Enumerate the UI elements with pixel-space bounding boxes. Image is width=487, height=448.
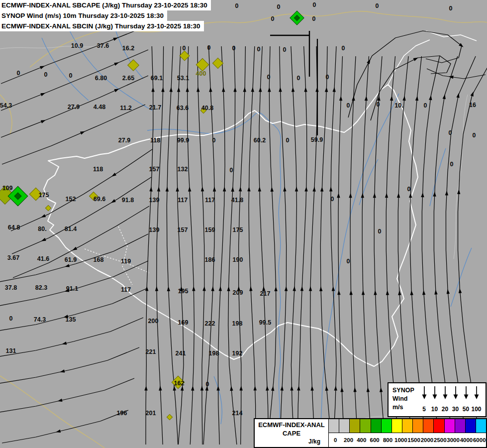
streamline-arrowhead [219, 286, 222, 291]
streamline-arrowhead [177, 87, 181, 92]
wind-arrow-icon [463, 386, 469, 400]
streamline-arrowhead [373, 193, 377, 198]
streamline-arrowhead [325, 87, 328, 92]
streamline-arrowhead [170, 87, 173, 92]
wind-streamline [188, 46, 195, 445]
wind-arrow-row [419, 386, 482, 402]
cape-color-swatch [445, 419, 455, 433]
wind-streamline [348, 31, 462, 117]
streamline-arrowhead [320, 187, 324, 192]
cape-color-swatch [382, 419, 392, 433]
wind-streamline [0, 289, 146, 331]
wind-streamline [310, 46, 317, 445]
streamline-arrowhead [64, 264, 70, 268]
streamline-arrowhead [145, 286, 149, 291]
streamline-arrowhead [157, 187, 161, 192]
streamline-arrowhead [434, 290, 438, 295]
streamline-arrowhead [281, 386, 284, 391]
streamline-arrowhead [192, 286, 195, 291]
header-line-wind: SYNOP Wind (m/s) 10m Thursday 23-10-2025… [0, 10, 167, 21]
streamline-arrowhead [421, 193, 424, 198]
streamline-arrowhead [202, 286, 206, 291]
cape-scale-label: 800 [381, 437, 394, 443]
streamline-arrowhead [367, 58, 372, 64]
wind-streamline [228, 46, 237, 445]
wind-streamline [331, 46, 336, 445]
wind-streamline [1, 50, 148, 111]
streamline-arrowhead [415, 96, 419, 101]
wind-speed-label: 5 [419, 406, 429, 413]
streamline-arrowhead [329, 187, 332, 192]
streamline-arrowhead [227, 286, 230, 291]
streamline-arrowhead [374, 290, 377, 295]
streamline-arrowhead [41, 118, 46, 123]
wind-streamline [350, 56, 358, 445]
weather-map-screen: 000000010.937.616.20000000006.802.6569.1… [0, 0, 487, 448]
streamline-arrowhead [155, 286, 159, 291]
streamline-arrowhead [205, 386, 209, 391]
streamline-arrowhead [144, 386, 148, 391]
wind-arrow-icon [453, 386, 459, 400]
header-line-sbcin: ECMWF-INDEX-ANAL SBCIN (J/kg) Thursday 2… [0, 21, 204, 31]
streamline-arrowhead [222, 87, 225, 92]
station-cape-marker [29, 188, 42, 200]
wind-streamline [338, 56, 344, 445]
streamline-arrowhead [110, 199, 115, 204]
streamline-arrowhead [325, 386, 328, 391]
wind-streamline [13, 206, 149, 278]
streamline-arrowhead [385, 193, 389, 198]
wind-arrow-icon [432, 386, 438, 400]
cape-scale-label: 3000 [447, 437, 460, 443]
cape-scale-label: 4000 [460, 437, 473, 443]
wind-speed-label: 100 [471, 406, 482, 413]
cape-scale-label: 2500 [434, 437, 447, 443]
streamline-arrowhead [173, 386, 176, 391]
wind-streamline [0, 378, 134, 412]
streamline-arrowhead [379, 387, 383, 392]
streamline-arrowhead [166, 187, 169, 192]
cape-colorbar [329, 419, 486, 433]
streamline-arrowhead [191, 386, 195, 391]
wind-streamline [0, 318, 143, 356]
wind-speed-label: 10 [429, 406, 440, 413]
wind-streamline [1, 26, 147, 84]
wind-legend-subtitle: Wind [392, 395, 419, 403]
streamline-arrowhead [80, 130, 86, 135]
streamline-arrowhead [331, 286, 335, 291]
cape-color-swatch [413, 419, 423, 433]
streamline-arrowhead [176, 187, 179, 192]
cape-color-swatch [350, 419, 360, 433]
streamline-arrowhead [211, 286, 214, 291]
wind-streamline [197, 46, 204, 445]
streamline-arrowhead [159, 386, 162, 391]
wind-streamline [362, 56, 372, 445]
wind-streamline [0, 261, 148, 306]
streamline-arrowhead [239, 187, 242, 192]
streamline-arrowhead [40, 214, 46, 219]
cape-legend-unit: J/kg [258, 438, 325, 445]
streamline-arrowhead [334, 386, 338, 391]
wind-streamline [203, 46, 215, 445]
streamline-arrowhead [365, 96, 368, 101]
streamline-arrowhead [239, 386, 242, 391]
streamline-arrowhead [216, 386, 219, 391]
streamline-arrowhead [309, 286, 312, 291]
streamline-arrowhead [247, 187, 251, 192]
streamline-arrowhead [471, 91, 475, 97]
streamline-arrowhead [233, 87, 236, 92]
wind-streamline [297, 46, 307, 445]
cape-scale-label: 1000 [394, 437, 407, 443]
wind-streamline [239, 46, 246, 445]
streamline-arrowhead [445, 191, 449, 196]
streamline-arrowhead [55, 430, 61, 434]
cape-color-swatch [339, 419, 350, 433]
streamline-arrowhead [258, 187, 261, 192]
streamline-arrowhead [291, 87, 294, 92]
wind-streamlines [0, 26, 487, 445]
streamline-arrowhead [402, 96, 406, 101]
cape-legend: ECMWF-INDEX-ANAL CAPE J/kg 0200400600800… [254, 418, 487, 448]
wind-streamline [2, 105, 145, 164]
cape-colorbar-labels: 0200400600800100015002000250030004000600… [329, 433, 486, 447]
streamline-arrowhead [167, 286, 170, 291]
streamline-arrowhead [283, 187, 287, 192]
